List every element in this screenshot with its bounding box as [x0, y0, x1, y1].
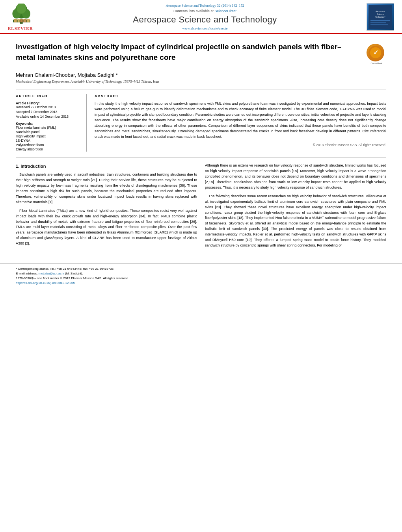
article-footer: * Corresponding author. Tel.: +98 21 645…: [0, 263, 402, 289]
elsevier-tree-icon: [8, 4, 35, 25]
history-label: Article History:: [16, 101, 81, 105]
accepted-date: 7 December 2013: [31, 110, 58, 114]
article-info-column: ARTICLE INFO Article History: Received 2…: [16, 94, 87, 152]
svg-rect-17: [370, 24, 388, 25]
article-history-group: Article History: Received 29 October 201…: [16, 101, 81, 119]
svg-text:Aerospace: Aerospace: [376, 10, 385, 13]
info-abstract-section: ARTICLE INFO Article History: Received 2…: [16, 89, 386, 152]
email-link[interactable]: mojtaba@aut.ac.ir: [39, 272, 64, 275]
journal-thumbnail: Aerospace Science Technology: [367, 3, 394, 31]
footnote-issn: 1270-9638/$ – see front matter © 2013 El…: [16, 276, 386, 280]
svg-text:Science: Science: [377, 13, 384, 15]
intro-col2-para-2: The following describes some recent rese…: [205, 194, 386, 248]
keyword-5: Polyurethane foam: [16, 143, 81, 147]
svg-text:✓: ✓: [373, 49, 378, 56]
svg-text:Technology: Technology: [375, 16, 385, 18]
received-label: Received: [16, 105, 30, 109]
volume-text: Aerospace Science and Technology 32 (201…: [166, 4, 244, 7]
keyword-4: 1S-DYNA: [16, 139, 81, 143]
sciencedirect-notice: Contents lists available at ScienceDirec…: [59, 9, 351, 13]
sciencedirect-link[interactable]: ScienceDirect: [215, 9, 237, 13]
svg-rect-7: [18, 19, 20, 22]
footnote-email: E-mail address: mojtaba@aut.ac.ir (M. Sa…: [16, 272, 386, 275]
abstract-heading: ABSTRACT: [95, 94, 386, 98]
keywords-label: Keywords:: [16, 122, 81, 126]
body-col-right: Although there is an extensive research …: [205, 163, 386, 252]
abstract-column: ABSTRACT In this study, the high velocit…: [95, 94, 386, 152]
abstract-text: In this study, the high velocity impact …: [95, 101, 386, 140]
received-date: 29 October 2013: [31, 105, 56, 109]
svg-rect-9: [23, 19, 26, 22]
keyword-2: Sandwich panel: [16, 130, 81, 134]
crossmark-badge: ✓ CrossMark: [367, 44, 386, 63]
journal-title: Aerospace Science and Technology: [59, 15, 351, 25]
article-affiliation: Mechanical Engineering Department, Amirk…: [16, 80, 386, 83]
article-content: Investigation of high velocity impact of…: [0, 34, 402, 260]
keyword-1: Fiber metal laminate (FML): [16, 126, 81, 130]
svg-rect-8: [20, 19, 23, 22]
keyword-6: Energy absorption: [16, 147, 81, 151]
authors-text: Mehran Ghalami-Choobar, Mojtaba Sadighi …: [16, 72, 118, 78]
copyright-line: © 2013 Elsevier Masson SAS. All rights r…: [95, 143, 386, 147]
svg-rect-16: [370, 22, 386, 23]
available-date: 14 December 2013: [40, 115, 69, 119]
intro-para-1: Sandwich panels are widely used in aircr…: [16, 172, 197, 205]
section-divider: [16, 157, 386, 158]
received-value: Received 29 October 2013: [16, 105, 81, 109]
keywords-section: Keywords: Fiber metal laminate (FML) San…: [16, 122, 81, 151]
journal-header: ELSEVIER Aerospace Science and Technolog…: [0, 0, 402, 34]
elsevier-logo: ELSEVIER: [8, 4, 35, 31]
journal-cover-icon: Aerospace Science Technology: [368, 5, 392, 29]
journal-header-center: Aerospace Science and Technology 32 (201…: [55, 4, 355, 30]
svg-rect-10: [27, 19, 30, 22]
doi-link[interactable]: http://dx.doi.org/10.1016/j.ast.2013.12.…: [16, 281, 75, 285]
footnote-corresponding: * Corresponding author. Tel.: +98 21 645…: [16, 267, 386, 271]
journal-volume-info: Aerospace Science and Technology 32 (201…: [59, 4, 351, 7]
elsevier-logo-left: ELSEVIER: [8, 4, 55, 31]
keyword-3: High velocity impact: [16, 134, 81, 138]
accepted-label: Accepted: [16, 110, 30, 114]
article-authors: Mehran Ghalami-Choobar, Mojtaba Sadighi …: [16, 72, 386, 78]
crossmark-svg: ✓: [368, 45, 383, 61]
svg-rect-15: [370, 20, 390, 21]
journal-logo-right: Aerospace Science Technology: [355, 3, 394, 31]
crossmark-icon: ✓: [367, 44, 384, 61]
available-label: Available online: [16, 115, 39, 119]
intro-heading: 1. Introduction: [16, 163, 197, 170]
accepted-value: Accepted 7 December 2013: [16, 110, 81, 114]
intro-col2-para-1: Although there is an extensive research …: [205, 163, 386, 191]
article-title: Investigation of high velocity impact of…: [16, 42, 367, 63]
title-section: Investigation of high velocity impact of…: [16, 42, 386, 67]
footnote-doi: http://dx.doi.org/10.1016/j.ast.2013.12.…: [16, 281, 386, 285]
page: ELSEVIER Aerospace Science and Technolog…: [0, 0, 402, 532]
svg-rect-6: [14, 19, 17, 22]
body-section: 1. Introduction Sandwich panels are wide…: [16, 163, 386, 252]
elsevier-brand-text: ELSEVIER: [8, 26, 33, 31]
body-col-left: 1. Introduction Sandwich panels are wide…: [16, 163, 197, 252]
article-info-heading: ARTICLE INFO: [16, 94, 81, 98]
intro-para-2: Fiber Metal Laminates (FMLs) are a new k…: [16, 208, 197, 247]
available-value: Available online 14 December 2013: [16, 115, 81, 119]
journal-url[interactable]: www.elsevier.com/locate/aescte: [59, 26, 351, 30]
crossmark-text: CrossMark: [367, 62, 386, 65]
